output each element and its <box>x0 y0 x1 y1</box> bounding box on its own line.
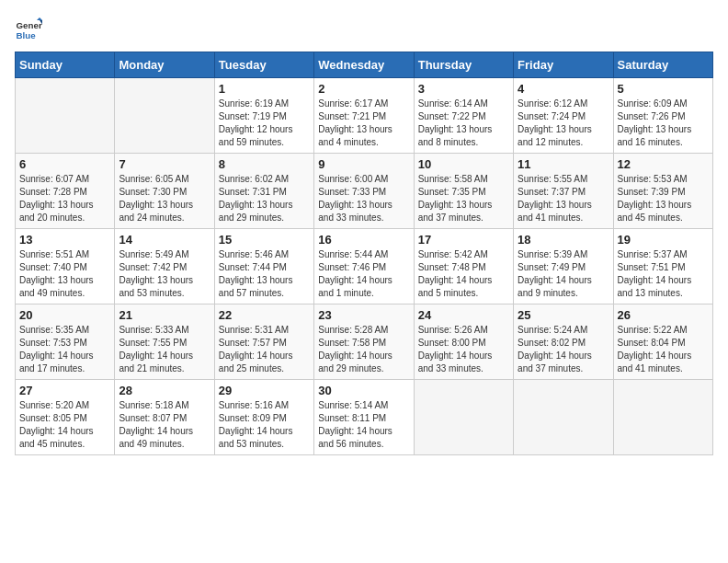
col-header-saturday: Saturday <box>613 52 712 78</box>
day-info: Sunrise: 6:12 AM Sunset: 7:24 PM Dayligh… <box>518 98 609 149</box>
day-info: Sunrise: 5:14 AM Sunset: 8:11 PM Dayligh… <box>318 399 409 451</box>
calendar-cell: 9Sunrise: 6:00 AM Sunset: 7:33 PM Daylig… <box>314 154 414 229</box>
col-header-friday: Friday <box>514 52 613 78</box>
calendar-cell: 4Sunrise: 6:12 AM Sunset: 7:24 PM Daylig… <box>514 78 613 154</box>
day-info: Sunrise: 5:37 AM Sunset: 7:51 PM Dayligh… <box>618 248 709 300</box>
day-number: 23 <box>318 308 409 322</box>
day-number: 16 <box>318 233 409 247</box>
header-row: SundayMondayTuesdayWednesdayThursdayFrid… <box>16 52 713 78</box>
day-number: 15 <box>219 233 310 247</box>
calendar-cell: 6Sunrise: 6:07 AM Sunset: 7:28 PM Daylig… <box>16 154 115 229</box>
day-number: 6 <box>19 157 110 171</box>
day-info: Sunrise: 5:24 AM Sunset: 8:02 PM Dayligh… <box>518 324 609 375</box>
logo-icon: General Blue <box>15 15 42 42</box>
svg-marker-2 <box>37 17 42 20</box>
calendar-cell: 11Sunrise: 5:55 AM Sunset: 7:37 PM Dayli… <box>514 154 613 229</box>
day-number: 14 <box>119 233 210 247</box>
day-number: 20 <box>19 308 110 322</box>
calendar-cell: 7Sunrise: 6:05 AM Sunset: 7:30 PM Daylig… <box>115 154 214 229</box>
day-info: Sunrise: 5:44 AM Sunset: 7:46 PM Dayligh… <box>318 248 409 300</box>
day-info: Sunrise: 5:53 AM Sunset: 7:39 PM Dayligh… <box>618 173 709 224</box>
calendar-cell: 29Sunrise: 5:16 AM Sunset: 8:09 PM Dayli… <box>214 380 313 455</box>
calendar-cell <box>115 78 214 154</box>
day-info: Sunrise: 5:28 AM Sunset: 7:58 PM Dayligh… <box>318 324 409 375</box>
day-number: 19 <box>618 233 709 247</box>
week-row-5: 27Sunrise: 5:20 AM Sunset: 8:05 PM Dayli… <box>16 380 713 455</box>
day-number: 4 <box>518 82 609 96</box>
day-info: Sunrise: 5:51 AM Sunset: 7:40 PM Dayligh… <box>19 248 110 300</box>
calendar-cell: 12Sunrise: 5:53 AM Sunset: 7:39 PM Dayli… <box>613 154 712 229</box>
day-number: 10 <box>418 157 509 171</box>
calendar-cell <box>16 78 115 154</box>
day-info: Sunrise: 5:33 AM Sunset: 7:55 PM Dayligh… <box>119 324 210 375</box>
week-row-3: 13Sunrise: 5:51 AM Sunset: 7:40 PM Dayli… <box>16 229 713 304</box>
day-info: Sunrise: 5:18 AM Sunset: 8:07 PM Dayligh… <box>119 399 210 451</box>
day-info: Sunrise: 5:46 AM Sunset: 7:44 PM Dayligh… <box>219 248 310 300</box>
day-info: Sunrise: 6:17 AM Sunset: 7:21 PM Dayligh… <box>318 98 409 149</box>
calendar-cell: 21Sunrise: 5:33 AM Sunset: 7:55 PM Dayli… <box>115 304 214 380</box>
calendar-cell <box>613 380 712 455</box>
calendar-cell: 26Sunrise: 5:22 AM Sunset: 8:04 PM Dayli… <box>613 304 712 380</box>
day-number: 24 <box>418 308 509 322</box>
calendar-cell: 10Sunrise: 5:58 AM Sunset: 7:35 PM Dayli… <box>414 154 513 229</box>
day-info: Sunrise: 5:55 AM Sunset: 7:37 PM Dayligh… <box>518 173 609 224</box>
day-number: 28 <box>119 384 210 397</box>
col-header-thursday: Thursday <box>414 52 513 78</box>
day-number: 12 <box>618 157 709 171</box>
header: General Blue <box>15 15 713 42</box>
day-number: 29 <box>219 384 310 397</box>
day-info: Sunrise: 6:09 AM Sunset: 7:26 PM Dayligh… <box>618 98 709 149</box>
day-number: 21 <box>119 308 210 322</box>
calendar-cell: 19Sunrise: 5:37 AM Sunset: 7:51 PM Dayli… <box>613 229 712 304</box>
day-number: 5 <box>618 82 709 96</box>
day-number: 11 <box>518 157 609 171</box>
calendar-cell: 22Sunrise: 5:31 AM Sunset: 7:57 PM Dayli… <box>214 304 313 380</box>
day-number: 22 <box>219 308 310 322</box>
calendar-cell <box>414 380 513 455</box>
calendar-table: SundayMondayTuesdayWednesdayThursdayFrid… <box>15 52 713 455</box>
day-info: Sunrise: 6:07 AM Sunset: 7:28 PM Dayligh… <box>19 173 110 224</box>
day-number: 9 <box>318 157 409 171</box>
calendar-cell: 1Sunrise: 6:19 AM Sunset: 7:19 PM Daylig… <box>214 78 313 154</box>
week-row-4: 20Sunrise: 5:35 AM Sunset: 7:53 PM Dayli… <box>16 304 713 380</box>
logo: General Blue <box>15 15 42 42</box>
day-number: 13 <box>19 233 110 247</box>
day-number: 17 <box>418 233 509 247</box>
day-info: Sunrise: 5:26 AM Sunset: 8:00 PM Dayligh… <box>418 324 509 375</box>
day-info: Sunrise: 5:49 AM Sunset: 7:42 PM Dayligh… <box>119 248 210 300</box>
day-info: Sunrise: 5:58 AM Sunset: 7:35 PM Dayligh… <box>418 173 509 224</box>
calendar-cell: 15Sunrise: 5:46 AM Sunset: 7:44 PM Dayli… <box>214 229 313 304</box>
calendar-cell: 8Sunrise: 6:02 AM Sunset: 7:31 PM Daylig… <box>214 154 313 229</box>
col-header-monday: Monday <box>115 52 214 78</box>
day-number: 18 <box>518 233 609 247</box>
day-number: 1 <box>219 82 310 96</box>
calendar-cell: 16Sunrise: 5:44 AM Sunset: 7:46 PM Dayli… <box>314 229 414 304</box>
day-info: Sunrise: 5:22 AM Sunset: 8:04 PM Dayligh… <box>618 324 709 375</box>
day-info: Sunrise: 6:00 AM Sunset: 7:33 PM Dayligh… <box>318 173 409 224</box>
day-info: Sunrise: 6:02 AM Sunset: 7:31 PM Dayligh… <box>219 173 310 224</box>
day-number: 25 <box>518 308 609 322</box>
calendar-cell: 28Sunrise: 5:18 AM Sunset: 8:07 PM Dayli… <box>115 380 214 455</box>
calendar-cell: 20Sunrise: 5:35 AM Sunset: 7:53 PM Dayli… <box>16 304 115 380</box>
calendar-cell: 24Sunrise: 5:26 AM Sunset: 8:00 PM Dayli… <box>414 304 513 380</box>
day-info: Sunrise: 5:16 AM Sunset: 8:09 PM Dayligh… <box>219 399 310 451</box>
day-info: Sunrise: 5:39 AM Sunset: 7:49 PM Dayligh… <box>518 248 609 300</box>
calendar-cell: 17Sunrise: 5:42 AM Sunset: 7:48 PM Dayli… <box>414 229 513 304</box>
day-info: Sunrise: 6:14 AM Sunset: 7:22 PM Dayligh… <box>418 98 509 149</box>
day-number: 26 <box>618 308 709 322</box>
calendar-cell: 18Sunrise: 5:39 AM Sunset: 7:49 PM Dayli… <box>514 229 613 304</box>
col-header-tuesday: Tuesday <box>214 52 313 78</box>
calendar-cell: 5Sunrise: 6:09 AM Sunset: 7:26 PM Daylig… <box>613 78 712 154</box>
day-info: Sunrise: 5:42 AM Sunset: 7:48 PM Dayligh… <box>418 248 509 300</box>
calendar-cell: 3Sunrise: 6:14 AM Sunset: 7:22 PM Daylig… <box>414 78 513 154</box>
col-header-sunday: Sunday <box>16 52 115 78</box>
day-number: 3 <box>418 82 509 96</box>
day-number: 2 <box>318 82 409 96</box>
calendar-cell: 23Sunrise: 5:28 AM Sunset: 7:58 PM Dayli… <box>314 304 414 380</box>
day-info: Sunrise: 5:35 AM Sunset: 7:53 PM Dayligh… <box>19 324 110 375</box>
calendar-cell: 25Sunrise: 5:24 AM Sunset: 8:02 PM Dayli… <box>514 304 613 380</box>
week-row-2: 6Sunrise: 6:07 AM Sunset: 7:28 PM Daylig… <box>16 154 713 229</box>
day-info: Sunrise: 5:31 AM Sunset: 7:57 PM Dayligh… <box>219 324 310 375</box>
day-number: 27 <box>19 384 110 397</box>
day-number: 30 <box>318 384 409 397</box>
